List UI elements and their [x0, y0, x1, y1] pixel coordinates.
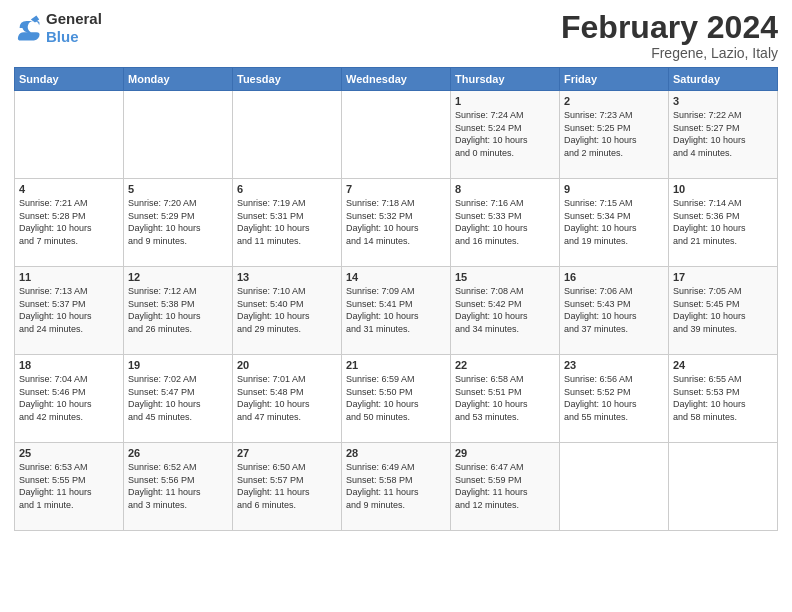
day-number: 28 [346, 447, 446, 459]
calendar-cell: 10Sunrise: 7:14 AM Sunset: 5:36 PM Dayli… [669, 179, 778, 267]
calendar-cell: 2Sunrise: 7:23 AM Sunset: 5:25 PM Daylig… [560, 91, 669, 179]
calendar-cell: 24Sunrise: 6:55 AM Sunset: 5:53 PM Dayli… [669, 355, 778, 443]
day-number: 7 [346, 183, 446, 195]
calendar-cell: 29Sunrise: 6:47 AM Sunset: 5:59 PM Dayli… [451, 443, 560, 531]
calendar-cell: 4Sunrise: 7:21 AM Sunset: 5:28 PM Daylig… [15, 179, 124, 267]
day-info: Sunrise: 6:58 AM Sunset: 5:51 PM Dayligh… [455, 373, 555, 423]
day-info: Sunrise: 7:13 AM Sunset: 5:37 PM Dayligh… [19, 285, 119, 335]
day-info: Sunrise: 6:55 AM Sunset: 5:53 PM Dayligh… [673, 373, 773, 423]
day-info: Sunrise: 7:04 AM Sunset: 5:46 PM Dayligh… [19, 373, 119, 423]
calendar-week-2: 4Sunrise: 7:21 AM Sunset: 5:28 PM Daylig… [15, 179, 778, 267]
calendar-cell: 27Sunrise: 6:50 AM Sunset: 5:57 PM Dayli… [233, 443, 342, 531]
calendar-cell [15, 91, 124, 179]
day-number: 29 [455, 447, 555, 459]
day-info: Sunrise: 7:21 AM Sunset: 5:28 PM Dayligh… [19, 197, 119, 247]
calendar-cell: 12Sunrise: 7:12 AM Sunset: 5:38 PM Dayli… [124, 267, 233, 355]
day-info: Sunrise: 6:49 AM Sunset: 5:58 PM Dayligh… [346, 461, 446, 511]
calendar-cell: 3Sunrise: 7:22 AM Sunset: 5:27 PM Daylig… [669, 91, 778, 179]
day-info: Sunrise: 7:09 AM Sunset: 5:41 PM Dayligh… [346, 285, 446, 335]
calendar-cell: 28Sunrise: 6:49 AM Sunset: 5:58 PM Dayli… [342, 443, 451, 531]
day-number: 3 [673, 95, 773, 107]
day-number: 5 [128, 183, 228, 195]
day-info: Sunrise: 7:05 AM Sunset: 5:45 PM Dayligh… [673, 285, 773, 335]
logo-text: General Blue [46, 10, 102, 46]
col-tuesday: Tuesday [233, 68, 342, 91]
day-number: 23 [564, 359, 664, 371]
day-number: 26 [128, 447, 228, 459]
col-saturday: Saturday [669, 68, 778, 91]
day-number: 2 [564, 95, 664, 107]
day-number: 11 [19, 271, 119, 283]
header-row: Sunday Monday Tuesday Wednesday Thursday… [15, 68, 778, 91]
day-info: Sunrise: 7:14 AM Sunset: 5:36 PM Dayligh… [673, 197, 773, 247]
logo-icon [14, 14, 42, 42]
calendar-cell: 1Sunrise: 7:24 AM Sunset: 5:24 PM Daylig… [451, 91, 560, 179]
calendar-header: Sunday Monday Tuesday Wednesday Thursday… [15, 68, 778, 91]
calendar-cell: 21Sunrise: 6:59 AM Sunset: 5:50 PM Dayli… [342, 355, 451, 443]
calendar-cell: 7Sunrise: 7:18 AM Sunset: 5:32 PM Daylig… [342, 179, 451, 267]
day-info: Sunrise: 7:08 AM Sunset: 5:42 PM Dayligh… [455, 285, 555, 335]
day-info: Sunrise: 7:01 AM Sunset: 5:48 PM Dayligh… [237, 373, 337, 423]
day-number: 6 [237, 183, 337, 195]
calendar-subtitle: Fregene, Lazio, Italy [561, 45, 778, 61]
calendar-cell: 18Sunrise: 7:04 AM Sunset: 5:46 PM Dayli… [15, 355, 124, 443]
day-info: Sunrise: 7:06 AM Sunset: 5:43 PM Dayligh… [564, 285, 664, 335]
calendar-cell [669, 443, 778, 531]
day-info: Sunrise: 7:22 AM Sunset: 5:27 PM Dayligh… [673, 109, 773, 159]
col-thursday: Thursday [451, 68, 560, 91]
day-info: Sunrise: 7:12 AM Sunset: 5:38 PM Dayligh… [128, 285, 228, 335]
day-info: Sunrise: 6:56 AM Sunset: 5:52 PM Dayligh… [564, 373, 664, 423]
calendar-table: Sunday Monday Tuesday Wednesday Thursday… [14, 67, 778, 531]
day-number: 9 [564, 183, 664, 195]
day-info: Sunrise: 7:19 AM Sunset: 5:31 PM Dayligh… [237, 197, 337, 247]
col-wednesday: Wednesday [342, 68, 451, 91]
day-number: 1 [455, 95, 555, 107]
day-info: Sunrise: 6:47 AM Sunset: 5:59 PM Dayligh… [455, 461, 555, 511]
calendar-week-5: 25Sunrise: 6:53 AM Sunset: 5:55 PM Dayli… [15, 443, 778, 531]
calendar-cell [233, 91, 342, 179]
day-info: Sunrise: 6:50 AM Sunset: 5:57 PM Dayligh… [237, 461, 337, 511]
calendar-cell: 13Sunrise: 7:10 AM Sunset: 5:40 PM Dayli… [233, 267, 342, 355]
day-number: 10 [673, 183, 773, 195]
calendar-cell [124, 91, 233, 179]
calendar-week-4: 18Sunrise: 7:04 AM Sunset: 5:46 PM Dayli… [15, 355, 778, 443]
calendar-cell [560, 443, 669, 531]
calendar-cell: 14Sunrise: 7:09 AM Sunset: 5:41 PM Dayli… [342, 267, 451, 355]
calendar-cell: 20Sunrise: 7:01 AM Sunset: 5:48 PM Dayli… [233, 355, 342, 443]
day-number: 22 [455, 359, 555, 371]
calendar-cell [342, 91, 451, 179]
col-monday: Monday [124, 68, 233, 91]
day-number: 12 [128, 271, 228, 283]
logo: General Blue [14, 10, 102, 46]
day-info: Sunrise: 7:20 AM Sunset: 5:29 PM Dayligh… [128, 197, 228, 247]
calendar-cell: 8Sunrise: 7:16 AM Sunset: 5:33 PM Daylig… [451, 179, 560, 267]
day-info: Sunrise: 7:24 AM Sunset: 5:24 PM Dayligh… [455, 109, 555, 159]
day-info: Sunrise: 6:59 AM Sunset: 5:50 PM Dayligh… [346, 373, 446, 423]
day-number: 25 [19, 447, 119, 459]
day-number: 19 [128, 359, 228, 371]
calendar-week-3: 11Sunrise: 7:13 AM Sunset: 5:37 PM Dayli… [15, 267, 778, 355]
title-block: February 2024 Fregene, Lazio, Italy [561, 10, 778, 61]
day-number: 18 [19, 359, 119, 371]
calendar-cell: 17Sunrise: 7:05 AM Sunset: 5:45 PM Dayli… [669, 267, 778, 355]
day-number: 15 [455, 271, 555, 283]
calendar-cell: 6Sunrise: 7:19 AM Sunset: 5:31 PM Daylig… [233, 179, 342, 267]
day-info: Sunrise: 6:52 AM Sunset: 5:56 PM Dayligh… [128, 461, 228, 511]
calendar-cell: 15Sunrise: 7:08 AM Sunset: 5:42 PM Dayli… [451, 267, 560, 355]
day-number: 4 [19, 183, 119, 195]
page-container: General Blue February 2024 Fregene, Lazi… [0, 0, 792, 537]
calendar-cell: 22Sunrise: 6:58 AM Sunset: 5:51 PM Dayli… [451, 355, 560, 443]
col-sunday: Sunday [15, 68, 124, 91]
day-info: Sunrise: 7:15 AM Sunset: 5:34 PM Dayligh… [564, 197, 664, 247]
day-info: Sunrise: 7:18 AM Sunset: 5:32 PM Dayligh… [346, 197, 446, 247]
calendar-cell: 11Sunrise: 7:13 AM Sunset: 5:37 PM Dayli… [15, 267, 124, 355]
day-number: 14 [346, 271, 446, 283]
calendar-cell: 16Sunrise: 7:06 AM Sunset: 5:43 PM Dayli… [560, 267, 669, 355]
calendar-cell: 23Sunrise: 6:56 AM Sunset: 5:52 PM Dayli… [560, 355, 669, 443]
day-number: 24 [673, 359, 773, 371]
calendar-body: 1Sunrise: 7:24 AM Sunset: 5:24 PM Daylig… [15, 91, 778, 531]
day-number: 16 [564, 271, 664, 283]
day-number: 21 [346, 359, 446, 371]
calendar-cell: 5Sunrise: 7:20 AM Sunset: 5:29 PM Daylig… [124, 179, 233, 267]
day-info: Sunrise: 7:10 AM Sunset: 5:40 PM Dayligh… [237, 285, 337, 335]
